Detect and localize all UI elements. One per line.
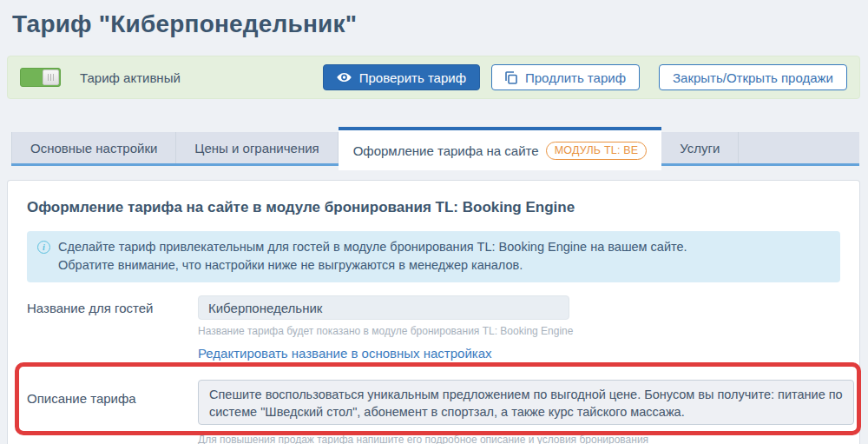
tab-prices-restrictions[interactable]: Цены и ограничения [176,132,338,163]
check-tariff-button[interactable]: Проверить тариф [323,64,480,90]
tariff-status-label: Тариф активный [80,70,181,85]
info-note-line2: Обратите внимание, что настройки ниже не… [58,256,687,275]
open-close-sales-label: Закрыть/Открыть продажи [673,70,833,85]
grip-icon [48,74,54,81]
tariff-active-toggle[interactable] [20,68,61,87]
guest-name-input[interactable] [198,295,569,320]
page-title: Тариф "Киберпонедельник" [12,10,357,38]
extend-tariff-label: Продлить тариф [525,70,626,85]
info-note: i Сделайте тариф привлекательным для гос… [27,231,840,282]
description-textarea[interactable]: Спешите воспользоваться уникальным предл… [198,380,854,425]
extend-tariff-button[interactable]: Продлить тариф [491,64,640,90]
description-row: Описание тарифа Спешите воспользоваться … [8,380,859,444]
guest-name-row: Название для гостей Название тарифа буде… [8,295,859,361]
content-panel: Оформление тарифа на сайте в модуле брон… [7,180,860,444]
description-label: Описание тарифа [8,380,198,444]
info-note-text: Сделайте тариф привлекательным для госте… [58,238,687,275]
section-title: Оформление тарифа на сайте в модуле брон… [27,199,840,216]
info-note-line1: Сделайте тариф привлекательным для госте… [58,238,687,256]
description-hint: Для повышения продаж тарифа напишите его… [198,434,854,444]
tab-site-appearance-label: Оформление тарифа на сайте [353,143,539,158]
open-close-sales-button[interactable]: Закрыть/Открыть продажи [659,64,847,90]
module-tl-be-badge: МОДУЛЬ TL: BE [546,142,648,160]
check-tariff-label: Проверить тариф [359,70,466,85]
guest-name-field: Название тарифа будет показано в модуле … [198,295,854,361]
description-field: Спешите воспользоваться уникальным предл… [198,380,854,444]
eye-icon [337,72,352,83]
guest-name-label: Название для гостей [8,295,198,361]
tab-site-appearance[interactable]: Оформление тарифа на сайте МОДУЛЬ TL: BE [339,127,662,170]
tab-main-settings[interactable]: Основные настройки [11,132,176,163]
tariff-status-bar: Тариф активный Проверить тариф Продлить … [7,56,860,99]
tabs-row: Основные настройки Цены и ограничения Оф… [11,127,739,170]
tab-services[interactable]: Услуги [661,132,739,163]
tab-bar: Основные настройки Цены и ограничения Оф… [11,127,859,170]
copy-icon [505,71,517,84]
toggle-knob [43,70,59,85]
info-icon: i [37,241,50,254]
edit-name-link[interactable]: Редактировать название в основных настро… [198,346,492,361]
status-bar-buttons: Проверить тариф Продлить тариф Закрыть/О… [323,64,847,90]
guest-name-hint: Название тарифа будет показано в модуле … [198,325,854,337]
